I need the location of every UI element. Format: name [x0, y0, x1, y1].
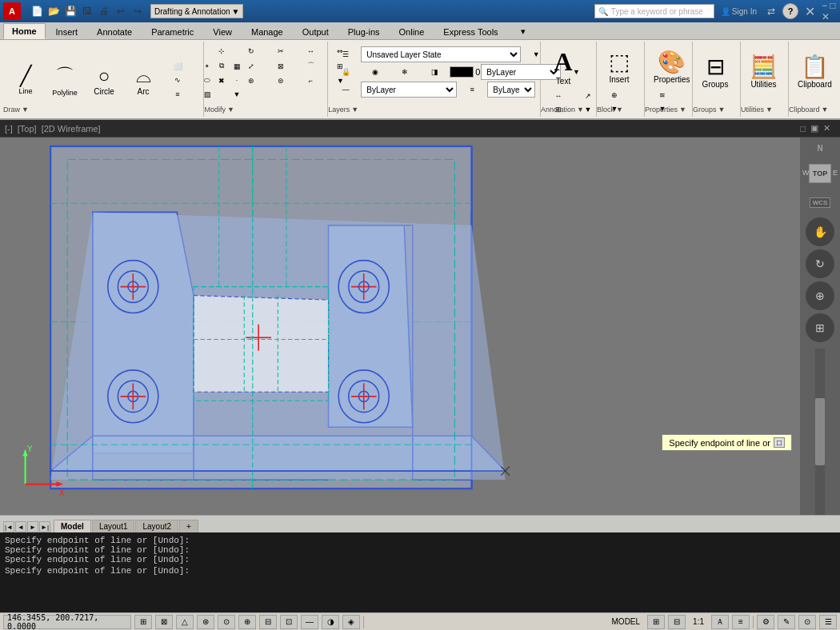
tab-extra[interactable]: ▾ [512, 23, 534, 39]
open-button[interactable]: 📂 [46, 3, 62, 19]
wcs-label[interactable]: WCS [810, 197, 831, 208]
help-button[interactable]: ? [782, 3, 798, 19]
model-tab[interactable]: Model [54, 520, 91, 532]
tab-annotate[interactable]: Annotate [88, 24, 141, 39]
explode-button[interactable]: ⊛ [237, 74, 266, 87]
zoom-tool[interactable]: ⊕ [806, 281, 834, 310]
properties-button[interactable]: 🎨 Properties [648, 43, 696, 89]
isolate-button[interactable]: ⊙ [798, 615, 816, 629]
polyline-button[interactable]: ⌒ Polyline [46, 52, 84, 108]
arc-button[interactable]: ⌓ Arc [124, 52, 162, 108]
stretch-button[interactable]: ⊠ [266, 60, 295, 73]
auto-scale-button[interactable]: ≡ [732, 615, 750, 629]
layer-visible-button[interactable]: ◉ [361, 66, 390, 78]
viewport-minimize-button[interactable]: [-] [5, 124, 13, 134]
layers-group-dropdown[interactable]: Layers ▼ [328, 106, 540, 114]
groups-group-dropdown[interactable]: Groups ▼ [693, 106, 740, 114]
tab-output[interactable]: Output [294, 24, 338, 39]
block-group-dropdown[interactable]: Block ▼ [597, 106, 644, 114]
save-button[interactable]: 💾 [62, 3, 78, 19]
new-button[interactable]: 📄 [29, 3, 45, 19]
otrack-button[interactable]: ⊕ [238, 615, 256, 629]
move-button[interactable]: ⊹ [207, 45, 236, 58]
lineweight-status-button[interactable]: — [301, 615, 318, 629]
clipboard-group-dropdown[interactable]: Clipboard ▼ [789, 106, 837, 114]
annotation-scale-button[interactable]: ⊟ [668, 615, 686, 629]
print-button[interactable]: 🖨 [96, 3, 112, 19]
tab-last-button[interactable]: ►| [39, 521, 50, 532]
lineweight-button[interactable]: ≡ [458, 83, 486, 96]
ducs-button[interactable]: ⊟ [259, 615, 277, 629]
viewcube-top[interactable]: TOP [809, 164, 831, 183]
erase-button[interactable]: ✖ [207, 74, 236, 87]
layout1-tab[interactable]: Layout1 [92, 520, 135, 532]
match-prop-button[interactable]: ≊ [648, 89, 677, 102]
viewport-view-button[interactable]: [Top] [18, 124, 37, 134]
layer-lock-button[interactable]: 🔒 [331, 66, 360, 78]
fillet-button[interactable]: ⌒ [296, 58, 325, 74]
tab-next-button[interactable]: ► [27, 521, 38, 532]
rectangle-button[interactable]: ⬜ [163, 60, 192, 73]
layer-color-button[interactable]: ◨ [420, 66, 449, 78]
circle-button[interactable]: ○ Circle [85, 52, 123, 108]
viewport-restore-button[interactable]: □ [800, 124, 806, 134]
qp-button[interactable]: ◈ [342, 615, 360, 629]
groups-button[interactable]: ⊟ Groups [696, 43, 734, 99]
tab-first-button[interactable]: |◄ [3, 521, 14, 532]
linetype-button[interactable]: — [331, 83, 360, 96]
redo-button[interactable]: ↪ [130, 3, 146, 19]
model-label[interactable]: MODEL [608, 615, 645, 629]
utilities-button[interactable]: 🧮 Utilities [744, 43, 783, 99]
viewport-scale-button[interactable]: ⊞ [647, 615, 665, 629]
new-layout-tab[interactable]: + [179, 520, 198, 532]
layer-freeze-button[interactable]: ❄ [390, 66, 419, 78]
snap-button[interactable]: △ [176, 615, 194, 629]
insert-button[interactable]: ⬚ Insert [600, 43, 638, 89]
window-controls[interactable]: − □ ✕ [821, 3, 837, 19]
draw-group-dropdown[interactable]: Draw ▼ [3, 106, 203, 114]
command-input[interactable] [193, 566, 835, 576]
save-as-button[interactable]: 🖫 [79, 3, 95, 19]
vertical-scrollbar[interactable] [815, 349, 825, 515]
units-button[interactable]: ✎ [778, 615, 795, 629]
orbit-tool[interactable]: ↻ [806, 249, 834, 278]
annotation-visibility-button[interactable]: Ａ [711, 615, 729, 629]
search-box[interactable]: 🔍 Type a keyword or phrase [594, 4, 714, 18]
viewport-shading-button[interactable]: [2D Wireframe] [42, 124, 101, 134]
offset-button[interactable]: ⊜ [266, 74, 295, 87]
scale-button[interactable]: ⤢ [237, 60, 266, 73]
layout2-tab[interactable]: Layout2 [135, 520, 178, 532]
extend-button[interactable]: ↔ [296, 45, 325, 58]
dimension-button[interactable]: ↔ [544, 90, 573, 102]
rotate-button[interactable]: ↻ [237, 45, 266, 58]
tab-online[interactable]: Online [390, 24, 434, 39]
viewport-close-button[interactable]: ✕ [823, 123, 830, 134]
close-app-button[interactable]: ✕ [802, 3, 818, 19]
transparency-button[interactable]: ◑ [322, 615, 339, 629]
undo-button[interactable]: ↩ [113, 3, 129, 19]
polar-button[interactable]: ⊛ [197, 615, 214, 629]
layer-state-dropdown[interactable]: Unsaved Layer State [361, 46, 521, 62]
linetype-dropdown[interactable]: ByLayer [361, 82, 457, 98]
create-button[interactable]: ⊕ [600, 89, 629, 102]
scale-label[interactable]: 1:1 [689, 615, 708, 629]
workspace-dropdown[interactable]: Drafting & Annotation ▼ [150, 4, 243, 18]
osnap-button[interactable]: ⊙ [218, 615, 235, 629]
tab-parametric[interactable]: Parametric [142, 24, 202, 39]
grid-button[interactable]: ⊠ [155, 615, 173, 629]
multiline-button[interactable]: ≡ [163, 88, 192, 101]
spline-button[interactable]: ∿ [163, 74, 192, 86]
color-swatch[interactable] [450, 66, 474, 78]
sign-in-button[interactable]: 👤 Sign In [718, 6, 760, 17]
modify-group-dropdown[interactable]: Modify ▼ [204, 106, 327, 114]
viewport-maximize-button[interactable]: ▣ [810, 123, 818, 134]
copy-button[interactable]: ⧉ [207, 59, 236, 73]
layer-properties-button[interactable]: ☰ [331, 48, 360, 61]
tab-manage[interactable]: Manage [242, 24, 292, 39]
trim-button[interactable]: ✂ [266, 45, 295, 58]
tab-express-tools[interactable]: Express Tools [434, 24, 506, 39]
model-paper-toggle[interactable]: ⊞ [134, 615, 152, 629]
exchange-button[interactable]: ⇄ [763, 3, 779, 19]
chamfer-button[interactable]: ⌐ [296, 74, 325, 87]
properties-group-dropdown[interactable]: Properties ▼ [645, 106, 692, 114]
